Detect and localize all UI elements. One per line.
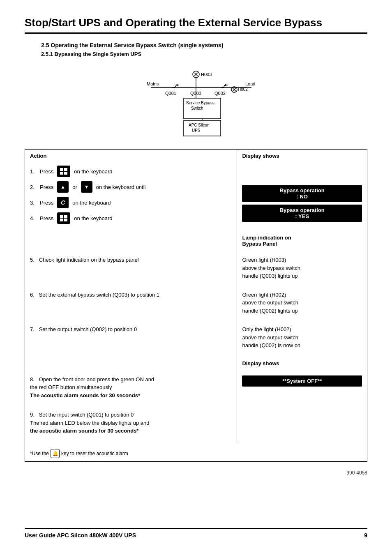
display-step-5: Green light (H003)above the bypass switc… bbox=[237, 253, 367, 288]
step-5-display-text: Green light (H003)above the bypass switc… bbox=[242, 256, 362, 280]
display-step-8: **System OFF** bbox=[237, 372, 367, 408]
footer: User Guide APC Silcon 480kW 400V UPS 9 bbox=[25, 528, 367, 539]
step-2-number: 2. bbox=[30, 184, 37, 190]
svg-text:UPS: UPS bbox=[192, 128, 201, 133]
svg-text:H002: H002 bbox=[238, 87, 248, 92]
step-9: 9. Set the input switch (Q001) to positi… bbox=[30, 411, 232, 435]
action-steps-1-4: 1. Press on the keyboard bbox=[25, 162, 237, 231]
display-steps-1-4: Bypass operation: NO Bypass operation: Y… bbox=[237, 162, 367, 231]
doc-number: 990-4058 bbox=[25, 470, 367, 476]
step-3-number: 3. bbox=[30, 200, 37, 206]
svg-text:Q002: Q002 bbox=[214, 91, 226, 96]
step-3: 3. Press C on the keyboard bbox=[30, 197, 232, 208]
step-6: 6. Set the external bypass switch (Q003)… bbox=[30, 291, 232, 299]
step-2-press: Press bbox=[40, 184, 53, 190]
step-3-suffix: on the keyboard bbox=[72, 200, 111, 206]
step-5-text: Check light indication on the bypass pan… bbox=[39, 257, 139, 263]
display-column-header: Display shows bbox=[237, 150, 367, 163]
section-2-5-heading: 2.5 Operating the External Service Bypas… bbox=[41, 42, 367, 48]
arrow-up-key-icon: ▲ bbox=[57, 181, 69, 193]
svg-rect-39 bbox=[64, 215, 67, 218]
step-8-text-bold: The acoustic alarm sounds for 30 seconds… bbox=[30, 392, 140, 398]
step-3-press: Press bbox=[40, 200, 53, 206]
step-9-text-normal: Set the input switch (Q001) to position … bbox=[30, 412, 150, 426]
step-6-number: 6. bbox=[30, 292, 37, 298]
svg-text:Q001: Q001 bbox=[165, 91, 176, 96]
instruction-table: Action Display shows 1. Press bbox=[25, 149, 367, 462]
step-4-suffix: on the keyboard bbox=[74, 215, 112, 221]
circuit-diagram: H003 Mains Load Q001 Q003 Q002 bbox=[110, 67, 282, 141]
bypass-no-display: Bypass operation: NO bbox=[242, 185, 362, 202]
svg-text:APC Silcon: APC Silcon bbox=[189, 123, 210, 127]
action-step-7: 7. Set the output switch (Q002) to posit… bbox=[25, 322, 237, 357]
action-empty-display bbox=[25, 357, 237, 372]
step-2-or: or bbox=[72, 184, 77, 190]
step-5: 5. Check light indication on the bypass … bbox=[30, 256, 232, 264]
diagram-container: H003 Mains Load Q001 Q003 Q002 bbox=[25, 67, 367, 141]
action-step-9: 9. Set the input switch (Q001) to positi… bbox=[25, 408, 237, 443]
display-step-9 bbox=[237, 408, 367, 443]
title-bar: Stop/Start UPS and Operating the Externa… bbox=[25, 16, 367, 34]
page-title: Stop/Start UPS and Operating the Externa… bbox=[25, 16, 322, 29]
step-9-text-bold: the acoustic alarm sounds for 30 seconds… bbox=[30, 428, 138, 434]
action-step-5: 5. Check light indication on the bypass … bbox=[25, 253, 237, 288]
step-7-number: 7. bbox=[30, 326, 37, 332]
step-8-number: 8. bbox=[30, 376, 37, 382]
svg-rect-40 bbox=[60, 219, 63, 221]
step-1-suffix: on the keyboard bbox=[74, 168, 112, 175]
action-step-6: 6. Set the external bypass switch (Q003)… bbox=[25, 288, 237, 322]
display-shows-header-text: Display shows bbox=[242, 360, 362, 366]
lamp-header-text: Lamp indication onBypass Panel bbox=[242, 235, 362, 247]
section-2-5-1-heading: 2.5.1 Bypassing the Single System UPS bbox=[41, 51, 367, 57]
menu-key-icon-1 bbox=[57, 166, 70, 177]
svg-point-32 bbox=[225, 84, 226, 86]
svg-rect-41 bbox=[64, 219, 67, 221]
footnote-row: *Use the 🔔 key to reset the acoustic ala… bbox=[25, 443, 367, 462]
step-1-number: 1. bbox=[30, 168, 37, 175]
svg-rect-34 bbox=[60, 168, 63, 171]
svg-point-11 bbox=[173, 87, 175, 88]
svg-text:H003: H003 bbox=[201, 72, 212, 77]
lamp-indication-header: Lamp indication onBypass Panel bbox=[237, 231, 367, 253]
step-5-number: 5. bbox=[30, 257, 37, 263]
svg-text:Mains: Mains bbox=[147, 81, 159, 86]
menu-key-icon-2 bbox=[57, 212, 70, 224]
step-8: 8. Open the front door and press the gre… bbox=[30, 375, 232, 400]
svg-line-31 bbox=[224, 85, 225, 88]
svg-point-30 bbox=[222, 87, 224, 88]
bell-key-icon: 🔔 bbox=[51, 449, 60, 458]
footnote: *Use the 🔔 key to reset the acoustic ala… bbox=[30, 449, 362, 458]
svg-line-12 bbox=[175, 85, 176, 88]
step-6-display-text: Green light (H002)above the output switc… bbox=[242, 291, 362, 315]
step-4: 4. Press on the keyboard bbox=[30, 212, 232, 224]
step-2-suffix: on the keyboard until bbox=[96, 184, 146, 190]
svg-text:Switch: Switch bbox=[191, 106, 203, 111]
footnote-text: *Use the bbox=[30, 451, 49, 456]
svg-rect-37 bbox=[64, 172, 67, 175]
svg-text:Load: Load bbox=[245, 81, 255, 86]
svg-rect-38 bbox=[60, 215, 63, 218]
step-7-display-text: Only the light (H002)above the output sw… bbox=[242, 325, 362, 350]
step-4-press: Press bbox=[40, 215, 53, 221]
step-6-text: Set the external bypass switch (Q003) to… bbox=[39, 292, 159, 298]
system-off-display: **System OFF** bbox=[242, 375, 362, 387]
svg-rect-36 bbox=[60, 172, 63, 175]
action-step-8: 8. Open the front door and press the gre… bbox=[25, 372, 237, 408]
svg-point-13 bbox=[176, 84, 178, 86]
svg-text:Service Bypass: Service Bypass bbox=[186, 101, 214, 105]
step-4-number: 4. bbox=[30, 215, 37, 221]
footer-page-number: 9 bbox=[364, 532, 367, 539]
step-8-text-normal: Open the front door and press the green … bbox=[30, 376, 154, 391]
step-1-press: Press bbox=[40, 168, 53, 175]
c-key-icon: C bbox=[57, 197, 69, 208]
step-7-text: Set the output switch (Q002) to position… bbox=[39, 326, 137, 332]
footer-guide-title: User Guide APC Silcon 480kW 400V UPS bbox=[25, 532, 136, 539]
step-2: 2. Press ▲ or ▼ on the keyboard until bbox=[30, 181, 232, 193]
step-1: 1. Press on the keyboard bbox=[30, 166, 232, 177]
arrow-down-key-icon: ▼ bbox=[81, 181, 92, 193]
display-step-6: Green light (H002)above the output switc… bbox=[237, 288, 367, 322]
action-empty-lamp bbox=[25, 231, 237, 253]
svg-rect-35 bbox=[64, 168, 67, 171]
display-step-7: Only the light (H002)above the output sw… bbox=[237, 322, 367, 357]
step-7: 7. Set the output switch (Q002) to posit… bbox=[30, 325, 232, 334]
